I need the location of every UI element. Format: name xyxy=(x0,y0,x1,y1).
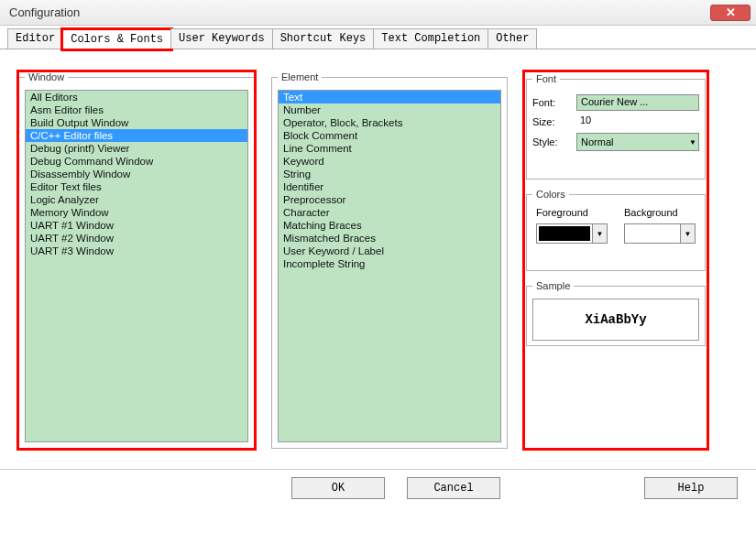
window-legend: Window xyxy=(25,71,68,82)
element-listbox[interactable]: TextNumberOperator, Block, BracketsBlock… xyxy=(278,90,501,442)
sample-group: Sample XiAaBbYy xyxy=(526,280,706,346)
list-item[interactable]: Debug (printf) Viewer xyxy=(26,142,247,155)
element-group: Element TextNumberOperator, Block, Brack… xyxy=(271,71,508,449)
window-title: Configuration xyxy=(9,5,710,19)
list-item[interactable]: Keyword xyxy=(279,155,500,168)
list-item[interactable]: Incomplete String xyxy=(279,257,500,270)
style-value: Normal xyxy=(581,136,613,147)
chevron-down-icon: ▼ xyxy=(689,138,696,147)
dialog-button-row: OK Cancel Help xyxy=(0,469,756,512)
list-item[interactable]: User Keyword / Label xyxy=(279,245,500,257)
background-label: Background xyxy=(624,207,678,218)
list-item[interactable]: Build Output Window xyxy=(26,116,247,129)
list-item[interactable]: Operator, Block, Brackets xyxy=(279,116,500,129)
help-button[interactable]: Help xyxy=(644,477,738,499)
tab-shortcut-keys[interactable]: Shortcut Keys xyxy=(272,28,375,49)
list-item[interactable]: UART #2 Window xyxy=(26,232,247,245)
background-swatch[interactable]: ▼ xyxy=(624,223,696,244)
list-item[interactable]: Matching Braces xyxy=(279,219,500,232)
sample-text: XiAaBbYy xyxy=(532,299,699,341)
list-item[interactable]: Logic Analyzer xyxy=(26,193,247,206)
window-listbox[interactable]: All EditorsAsm Editor filesBuild Output … xyxy=(25,90,248,442)
tab-colors-fonts[interactable]: Colors & Fonts xyxy=(62,29,171,49)
tab-other[interactable]: Other xyxy=(488,28,537,49)
foreground-swatch[interactable]: ▼ xyxy=(536,223,608,244)
list-item[interactable]: Block Comment xyxy=(279,129,500,142)
list-item[interactable]: Memory Window xyxy=(26,206,247,219)
element-legend: Element xyxy=(278,71,322,82)
list-item[interactable]: Asm Editor files xyxy=(26,103,247,116)
tab-user-keywords[interactable]: User Keywords xyxy=(170,28,273,49)
list-item[interactable]: Disassembly Window xyxy=(26,168,247,180)
chevron-down-icon: ▼ xyxy=(680,224,695,243)
list-item[interactable]: Preprocessor xyxy=(279,193,500,206)
list-item[interactable]: All Editors xyxy=(26,91,247,103)
list-item[interactable]: UART #1 Window xyxy=(26,219,247,232)
ok-button[interactable]: OK xyxy=(291,477,385,499)
colors-legend: Colors xyxy=(532,189,569,200)
list-item[interactable]: Editor Text files xyxy=(26,180,247,193)
font-field[interactable]: Courier New ... xyxy=(576,94,699,111)
list-item[interactable]: C/C++ Editor files xyxy=(26,129,247,142)
foreground-label: Foreground xyxy=(536,207,588,218)
font-label: Font: xyxy=(532,97,571,108)
window-group: Window All EditorsAsm Editor filesBuild … xyxy=(18,71,255,449)
chevron-down-icon: ▼ xyxy=(592,224,607,243)
size-field[interactable]: 10 xyxy=(576,114,631,130)
sample-legend: Sample xyxy=(532,280,574,291)
list-item[interactable]: UART #3 Window xyxy=(26,245,247,257)
titlebar: Configuration ✕ xyxy=(0,0,756,26)
list-item[interactable]: Text xyxy=(279,91,500,103)
foreground-color xyxy=(537,224,592,243)
font-group: Font Font: Courier New ... Size: 10 Styl… xyxy=(526,73,706,180)
background-color xyxy=(625,224,680,243)
list-item[interactable]: Line Comment xyxy=(279,142,500,155)
style-label: Style: xyxy=(532,136,571,147)
list-item[interactable]: Number xyxy=(279,103,500,116)
font-legend: Font xyxy=(532,73,560,84)
tab-editor[interactable]: Editor xyxy=(7,28,63,49)
list-item[interactable]: Character xyxy=(279,206,500,219)
size-label: Size: xyxy=(532,116,571,127)
style-select[interactable]: Normal ▼ xyxy=(576,133,699,151)
tab-bar: Editor Colors & Fonts User Keywords Shor… xyxy=(0,26,756,49)
cancel-button[interactable]: Cancel xyxy=(407,477,500,499)
close-icon: ✕ xyxy=(726,5,736,19)
tab-text-completion[interactable]: Text Completion xyxy=(373,28,488,49)
list-item[interactable]: Identifier xyxy=(279,180,500,193)
colors-group: Colors Foreground ▼ Background ▼ xyxy=(526,189,706,271)
list-item[interactable]: Debug Command Window xyxy=(26,155,247,168)
list-item[interactable]: Mismatched Braces xyxy=(279,232,500,245)
close-button[interactable]: ✕ xyxy=(710,5,751,21)
list-item[interactable]: String xyxy=(279,168,500,180)
